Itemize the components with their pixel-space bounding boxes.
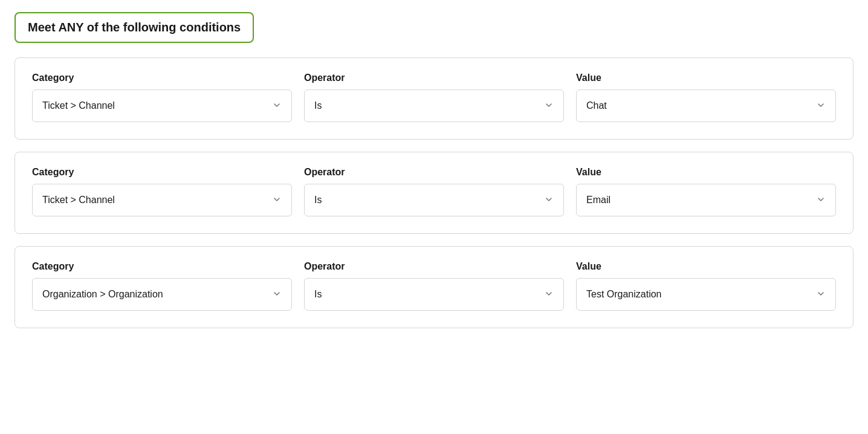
condition-row-3: Category Organization > Organization Ope…	[15, 246, 853, 328]
value-label-2: Value	[576, 167, 836, 178]
operator-label-2: Operator	[304, 167, 564, 178]
operator-chevron-icon-3	[544, 289, 554, 300]
value-chevron-icon-2	[816, 195, 826, 206]
value-label-1: Value	[576, 73, 836, 83]
value-label-3: Value	[576, 261, 836, 272]
category-select-1[interactable]: Ticket > Channel	[32, 89, 292, 122]
category-select-wrapper-2: Ticket > Channel	[32, 184, 292, 216]
operator-label-3: Operator	[304, 261, 564, 272]
value-select-2[interactable]: Email	[576, 184, 836, 216]
value-value-2: Email	[586, 195, 816, 206]
operator-select-2[interactable]: Is	[304, 184, 564, 216]
operator-chevron-icon-2	[544, 195, 554, 206]
category-value-3: Organization > Organization	[42, 289, 272, 300]
category-select-3[interactable]: Organization > Organization	[32, 278, 292, 311]
category-group-3: Category Organization > Organization	[32, 261, 292, 311]
value-select-wrapper-1: Chat	[576, 89, 836, 122]
operator-chevron-icon-1	[544, 100, 554, 112]
condition-row-2: Category Ticket > Channel Operator	[15, 152, 853, 234]
operator-select-wrapper-2: Is	[304, 184, 564, 216]
condition-row-1: Category Ticket > Channel Operator	[15, 57, 853, 140]
value-select-wrapper-3: Test Organization	[576, 278, 836, 311]
value-group-1: Value Chat	[576, 73, 836, 122]
operator-group-2: Operator Is	[304, 167, 564, 216]
value-select-1[interactable]: Chat	[576, 89, 836, 122]
operator-group-3: Operator Is	[304, 261, 564, 311]
operator-select-wrapper-3: Is	[304, 278, 564, 311]
category-chevron-icon-3	[272, 289, 282, 300]
category-value-2: Ticket > Channel	[42, 195, 272, 206]
fields-grid-2: Category Ticket > Channel Operator	[32, 167, 836, 216]
fields-grid-1: Category Ticket > Channel Operator	[32, 73, 836, 122]
value-value-1: Chat	[586, 100, 816, 111]
category-group-1: Category Ticket > Channel	[32, 73, 292, 122]
value-group-3: Value Test Organization	[576, 261, 836, 311]
value-value-3: Test Organization	[586, 289, 816, 300]
value-select-3[interactable]: Test Organization	[576, 278, 836, 311]
category-select-wrapper-3: Organization > Organization	[32, 278, 292, 311]
category-chevron-icon-2	[272, 195, 282, 206]
operator-value-1: Is	[314, 100, 544, 111]
value-group-2: Value Email	[576, 167, 836, 216]
conditions-header-label: Meet ANY of the following conditions	[28, 21, 241, 34]
value-chevron-icon-1	[816, 100, 826, 112]
category-label-2: Category	[32, 167, 292, 178]
value-select-wrapper-2: Email	[576, 184, 836, 216]
category-label-1: Category	[32, 73, 292, 83]
value-chevron-icon-3	[816, 289, 826, 300]
category-group-2: Category Ticket > Channel	[32, 167, 292, 216]
operator-value-2: Is	[314, 195, 544, 206]
category-label-3: Category	[32, 261, 292, 272]
operator-select-1[interactable]: Is	[304, 89, 564, 122]
category-select-wrapper-1: Ticket > Channel	[32, 89, 292, 122]
fields-grid-3: Category Organization > Organization Ope…	[32, 261, 836, 311]
category-chevron-icon-1	[272, 100, 282, 112]
operator-select-wrapper-1: Is	[304, 89, 564, 122]
category-select-2[interactable]: Ticket > Channel	[32, 184, 292, 216]
category-value-1: Ticket > Channel	[42, 100, 272, 111]
operator-group-1: Operator Is	[304, 73, 564, 122]
operator-value-3: Is	[314, 289, 544, 300]
conditions-header-button[interactable]: Meet ANY of the following conditions	[15, 12, 254, 43]
conditions-container: Category Ticket > Channel Operator	[15, 57, 853, 328]
operator-select-3[interactable]: Is	[304, 278, 564, 311]
operator-label-1: Operator	[304, 73, 564, 83]
